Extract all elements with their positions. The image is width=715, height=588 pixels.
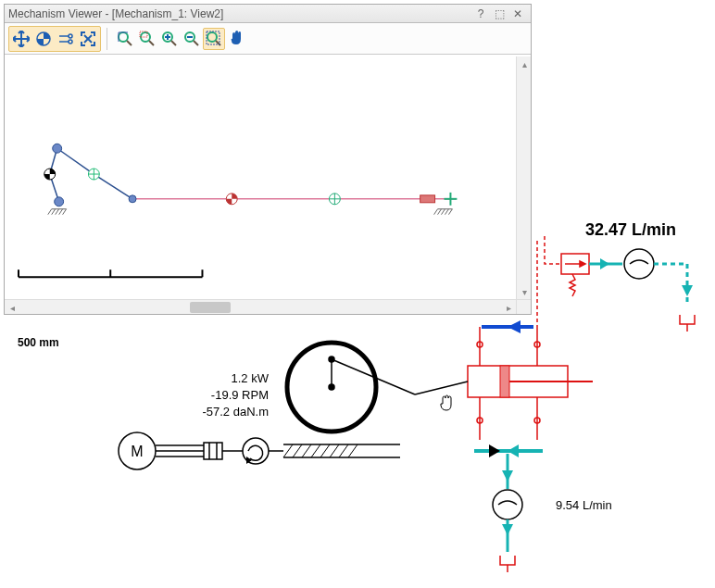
mode-buttons-group xyxy=(8,26,101,52)
svg-line-106 xyxy=(339,444,348,457)
svg-point-49 xyxy=(129,195,136,203)
svg-text:M: M xyxy=(131,444,143,459)
svg-point-94 xyxy=(329,384,334,390)
motor-readings: 1.2 kW -19.9 RPM -57.2 daN.m xyxy=(176,370,269,420)
svg-point-95 xyxy=(329,357,334,362)
svg-point-81 xyxy=(477,418,483,423)
torque-reading: -57.2 daN.m xyxy=(176,404,269,420)
scale-label: 500 mm xyxy=(18,336,59,349)
svg-point-66 xyxy=(624,249,654,279)
pin-button[interactable]: ⬚ xyxy=(490,7,508,20)
svg-point-9 xyxy=(119,32,128,42)
svg-rect-77 xyxy=(500,366,509,397)
svg-marker-109 xyxy=(246,457,252,464)
svg-line-36 xyxy=(445,209,448,215)
titlebar: Mechanism Viewer - [Mechanism_1: View2] … xyxy=(5,5,531,23)
svg-line-21 xyxy=(194,41,198,45)
svg-point-108 xyxy=(243,438,269,464)
svg-line-30 xyxy=(59,209,63,215)
svg-line-34 xyxy=(438,209,442,215)
svg-line-100 xyxy=(283,444,293,457)
svg-line-27 xyxy=(48,209,52,215)
svg-line-37 xyxy=(448,209,452,215)
scroll-right-icon[interactable]: ▸ xyxy=(501,300,516,315)
svg-rect-54 xyxy=(420,195,435,203)
svg-point-6 xyxy=(69,40,72,44)
pan-button[interactable] xyxy=(225,28,247,50)
svg-line-103 xyxy=(311,444,320,457)
mechanism-viewer-panel: Mechanism Viewer - [Mechanism_1: View2] … xyxy=(4,4,532,315)
svg-line-29 xyxy=(56,209,59,215)
svg-point-74 xyxy=(534,342,540,347)
svg-point-23 xyxy=(207,32,217,42)
svg-line-97 xyxy=(332,359,415,394)
svg-marker-65 xyxy=(600,258,609,269)
svg-point-5 xyxy=(69,34,72,38)
svg-marker-91 xyxy=(502,524,513,535)
svg-line-33 xyxy=(434,209,438,215)
vertical-scrollbar[interactable]: ▴ ▾ xyxy=(516,56,531,299)
svg-point-43 xyxy=(53,144,62,153)
svg-line-35 xyxy=(442,209,445,215)
svg-line-104 xyxy=(320,444,330,457)
svg-rect-61 xyxy=(561,254,589,274)
svg-point-48 xyxy=(55,197,64,206)
view-buttons-group xyxy=(113,27,248,51)
svg-marker-85 xyxy=(508,444,519,457)
svg-point-118 xyxy=(119,432,156,469)
svg-line-79 xyxy=(415,382,468,394)
svg-line-14 xyxy=(149,41,154,45)
svg-line-42 xyxy=(94,174,132,199)
power-reading: 1.2 kW xyxy=(176,370,269,387)
flow-reading-bottom: 9.54 L/min xyxy=(556,498,612,512)
scrollbar-corner xyxy=(516,299,531,314)
cursor-icon xyxy=(437,394,454,418)
svg-line-28 xyxy=(52,209,56,215)
help-button[interactable]: ? xyxy=(471,7,490,20)
svg-marker-86 xyxy=(489,444,500,457)
zoom-in-button[interactable] xyxy=(158,28,181,50)
svg-marker-88 xyxy=(502,470,513,482)
move-mode-button[interactable] xyxy=(10,28,32,50)
svg-rect-76 xyxy=(468,366,568,397)
svg-marker-63 xyxy=(580,261,585,267)
toolbar-divider xyxy=(107,28,107,50)
window-title: Mechanism Viewer - [Mechanism_1: View2] xyxy=(8,7,471,20)
svg-line-17 xyxy=(171,41,176,45)
app-root: Mechanism Viewer - [Mechanism_1: View2] … xyxy=(0,0,715,588)
svg-line-31 xyxy=(63,209,67,215)
scroll-down-icon[interactable]: ▾ xyxy=(517,284,532,299)
zoom-region-button[interactable] xyxy=(203,28,225,50)
mass-center-mode-button[interactable] xyxy=(32,28,55,50)
close-button[interactable]: ✕ xyxy=(508,7,527,20)
fit-mode-button[interactable] xyxy=(77,28,99,50)
svg-line-101 xyxy=(293,444,302,457)
svg-point-83 xyxy=(534,418,540,423)
svg-line-107 xyxy=(348,444,358,457)
scroll-up-icon[interactable]: ▴ xyxy=(517,56,532,71)
flow-reading-top: 32.47 L/min xyxy=(585,220,676,240)
zoom-window-button[interactable] xyxy=(136,28,158,50)
svg-line-102 xyxy=(302,444,311,457)
svg-point-89 xyxy=(493,490,522,519)
svg-point-72 xyxy=(477,342,483,347)
svg-point-93 xyxy=(287,343,376,432)
svg-rect-111 xyxy=(204,443,222,459)
svg-marker-70 xyxy=(508,320,521,333)
svg-marker-67 xyxy=(682,285,693,296)
zoom-to-fit-button[interactable] xyxy=(114,28,136,50)
horizontal-scrollbar[interactable]: ◂ ▸ xyxy=(5,299,516,314)
svg-line-10 xyxy=(127,41,132,45)
svg-line-41 xyxy=(57,148,94,174)
horizontal-scroll-thumb[interactable] xyxy=(190,302,231,313)
mechanism-canvas[interactable]: 500 mm xyxy=(5,56,516,299)
zoom-out-button[interactable] xyxy=(181,28,203,50)
svg-line-105 xyxy=(330,444,339,457)
scroll-left-icon[interactable]: ◂ xyxy=(5,300,19,315)
velocity-mode-button[interactable] xyxy=(55,28,77,50)
rpm-reading: -19.9 RPM xyxy=(176,387,269,404)
toolbar xyxy=(5,23,531,55)
